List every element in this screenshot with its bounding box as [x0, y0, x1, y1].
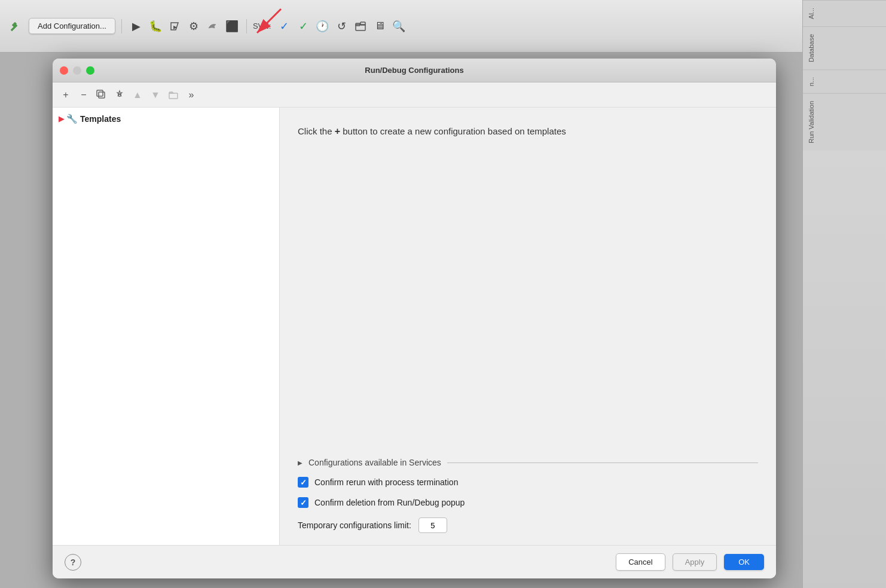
add-configuration-button[interactable]: Add Configuration... — [29, 18, 115, 34]
right-panel: Click the + button to create a new confi… — [280, 108, 776, 545]
checkmark1: ✓ — [300, 478, 307, 487]
right-strip-tab-n[interactable]: n... — [803, 69, 886, 93]
cancel-button[interactable]: Cancel — [616, 553, 665, 571]
tree-expand-arrow: ▶ — [59, 115, 64, 123]
services-line — [447, 463, 758, 463]
svn-label: SVN: — [253, 22, 271, 30]
svn-update-icon[interactable]: ✓ — [295, 18, 311, 35]
run-debug-dialog: Run/Debug Configurations + − ▲ ▼ — [53, 59, 776, 578]
window-controls — [60, 66, 94, 75]
temp-config-row: Temporary configurations limit: — [298, 517, 758, 533]
minimize-button[interactable] — [73, 66, 81, 75]
build-icon[interactable] — [6, 18, 23, 35]
svg-rect-10 — [169, 93, 178, 99]
checkbox-row-2: ✓ Confirm deletion from Run/Debug popup — [298, 497, 758, 508]
profiler-icon[interactable]: ⚙ — [185, 18, 202, 35]
svn-revert-icon[interactable]: ↺ — [333, 18, 350, 35]
dialog-title-bar: Run/Debug Configurations — [53, 59, 776, 82]
spacer — [298, 148, 758, 448]
close-button[interactable] — [60, 66, 68, 75]
svg-rect-5 — [360, 22, 365, 25]
svg-rect-8 — [97, 90, 103, 96]
maximize-button[interactable] — [86, 66, 94, 75]
svn-browse-icon[interactable] — [352, 18, 369, 35]
dialog-title: Run/Debug Configurations — [365, 66, 463, 75]
templates-label: Templates — [80, 114, 121, 124]
toolbar-divider2 — [246, 19, 247, 33]
top-toolbar: Add Configuration... ▶ 🐛 ▶ ⚙ ⬛ SVN: ✓ ✓ — [0, 0, 886, 53]
confirm-rerun-checkbox[interactable]: ✓ — [298, 477, 308, 488]
hint-after: button to create a new configuration bas… — [340, 126, 566, 136]
dialog-toolbar: + − ▲ ▼ » — [53, 82, 776, 108]
ok-button[interactable]: OK — [724, 554, 764, 570]
search-icon[interactable]: 🔍 — [390, 18, 407, 35]
toolbar-left: Add Configuration... ▶ 🐛 ▶ ⚙ ⬛ SVN: ✓ ✓ — [6, 18, 407, 35]
checkbox-row-1: ✓ Confirm rerun with process termination — [298, 477, 758, 488]
move-up-button[interactable]: ▲ — [129, 87, 146, 103]
debug-icon[interactable]: 🐛 — [147, 18, 164, 35]
settings-button[interactable] — [111, 87, 128, 103]
confirm-rerun-label: Confirm rerun with process termination — [314, 477, 458, 487]
checkmark2: ✓ — [300, 498, 307, 507]
right-strip: Al... Database n... Run Validation — [802, 0, 886, 588]
svn-commit-icon[interactable]: ✓ — [276, 18, 292, 35]
toolbar-divider — [121, 19, 122, 33]
move-down-button[interactable]: ▼ — [147, 87, 164, 103]
add-button[interactable]: + — [57, 87, 74, 103]
run-icon[interactable]: ▶ — [128, 18, 145, 35]
dialog-body: + − ▲ ▼ » — [53, 82, 776, 578]
services-arrow: ▶ — [298, 460, 303, 466]
stop-icon[interactable]: ⬛ — [224, 18, 240, 35]
hint-text: Click the + button to create a new confi… — [298, 124, 758, 139]
dialog-content: ▶ 🔧 Templates Click the + button to crea… — [53, 108, 776, 545]
coverage-icon[interactable]: ▶ — [166, 18, 183, 35]
templates-icon: 🔧 — [66, 114, 78, 124]
right-strip-tab-1[interactable]: Al... — [803, 0, 886, 26]
dialog-footer: ? Cancel Apply OK — [53, 545, 776, 578]
left-panel: ▶ 🔧 Templates — [53, 108, 280, 545]
temp-config-label: Temporary configurations limit: — [298, 520, 411, 530]
run-action-icon[interactable] — [204, 18, 221, 35]
confirm-deletion-checkbox[interactable]: ✓ — [298, 497, 308, 508]
services-label: Configurations available in Services — [308, 458, 441, 467]
apply-button[interactable]: Apply — [673, 553, 717, 571]
svg-text:▶: ▶ — [173, 24, 178, 30]
hint-plus: + — [335, 126, 340, 136]
confirm-deletion-label: Confirm deletion from Run/Debug popup — [314, 498, 465, 507]
services-section: ▶ Configurations available in Services — [298, 458, 758, 467]
templates-tree-item[interactable]: ▶ 🔧 Templates — [53, 110, 279, 128]
hint-before: Click the — [298, 126, 335, 136]
temp-config-input[interactable] — [418, 517, 447, 533]
svn-monitor-icon[interactable]: 🖥 — [371, 18, 388, 35]
svg-rect-7 — [99, 92, 105, 98]
more-button[interactable]: » — [183, 87, 200, 103]
copy-button[interactable] — [93, 87, 110, 103]
remove-button[interactable]: − — [75, 87, 92, 103]
folder-button[interactable] — [165, 87, 182, 103]
right-strip-tab-run-validation[interactable]: Run Validation — [803, 93, 886, 151]
svn-history-icon[interactable]: 🕐 — [314, 18, 331, 35]
help-button[interactable]: ? — [65, 554, 81, 571]
right-strip-tab-database[interactable]: Database — [803, 26, 886, 69]
